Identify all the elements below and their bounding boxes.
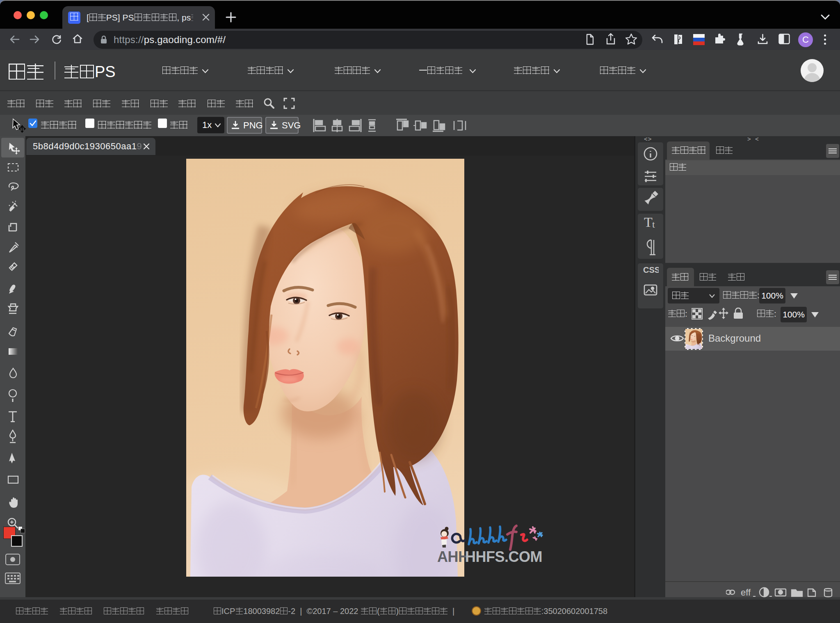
svg-text:CSS: CSS bbox=[643, 265, 659, 274]
svg-text:HHFS.COM: HHFS.COM bbox=[465, 548, 542, 565]
svg-text:eff: eff bbox=[741, 587, 751, 598]
svg-text:t: t bbox=[652, 219, 655, 230]
svg-text:T: T bbox=[644, 215, 653, 230]
svg-text:AHH: AHH bbox=[437, 548, 469, 565]
